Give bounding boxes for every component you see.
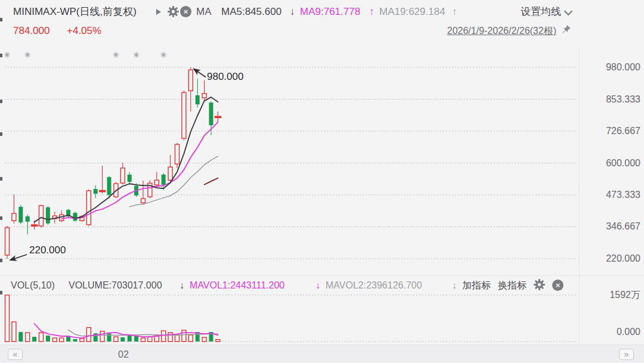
left-edge-tick <box>0 132 2 136</box>
ma-indicator-label: MA <box>196 5 212 18</box>
vol-indicator-label: VOL(5,10) <box>11 279 55 291</box>
left-edge-tick <box>0 216 2 220</box>
ma19-value: MA19:629.184 <box>379 5 445 18</box>
price-axis-label: 600.000 <box>581 157 640 169</box>
left-edge-tick <box>0 18 2 21</box>
ma19-direction-icon: ↑ <box>452 5 457 18</box>
expand-caret-icon[interactable] <box>156 9 161 15</box>
pin-icon[interactable] <box>561 24 571 38</box>
volume-chart-canvas[interactable] <box>0 292 580 345</box>
price-axis-label: 980.000 <box>581 61 640 73</box>
mavol2-direction-icon: ↓ <box>452 279 457 291</box>
left-edge-tick <box>0 259 2 262</box>
price-axis-label: 346.667 <box>581 221 640 232</box>
price-axis-label: 473.333 <box>581 189 640 201</box>
low-annotation-label: 220.000 <box>29 244 66 256</box>
vol-settings-gear-icon[interactable] <box>534 279 545 293</box>
time-axis-label-feb: 02 <box>113 349 134 360</box>
ma9-direction-icon: ↑ <box>369 5 374 18</box>
high-annotation-label: 980.000 <box>207 71 243 83</box>
stock-chart-window: MINIMAX-WP(日线,前复权) × MA MA5:845.600 ↓ MA… <box>0 0 644 363</box>
last-price: 784.000 <box>13 24 49 38</box>
ma5-value: MA5:845.600 <box>221 5 281 18</box>
price-axis-label: 853.333 <box>581 94 640 106</box>
scroll-left-button[interactable]: « <box>8 349 23 360</box>
main-chart-canvas[interactable] <box>0 48 580 277</box>
mavol1-value: MAVOL1:2443111.200 <box>190 279 284 291</box>
date-range-link[interactable]: 2026/1/9-2026/2/26(32根) <box>447 24 556 38</box>
volume-axis-label: 1592万 <box>581 289 640 301</box>
left-edge-tick <box>0 54 2 57</box>
switch-indicator-button[interactable]: 换指标 <box>498 279 527 291</box>
ma5-line <box>35 97 218 222</box>
volume-axis-label: 0.000 <box>581 326 640 338</box>
mavol1-direction-icon: ↓ <box>315 279 320 291</box>
ma-settings-label: 设置均线 <box>521 5 561 18</box>
ma5-direction-icon: ↓ <box>290 5 295 18</box>
add-indicator-button[interactable]: 加指标 <box>462 279 491 291</box>
high-annotation-arrow <box>194 69 206 77</box>
price-axis-label: 220.000 <box>581 253 640 265</box>
mavol2-value: MAVOL2:2396126.700 <box>326 279 422 291</box>
ma30-line <box>205 178 218 185</box>
symbol-title: MINIMAX-WP(日线,前复权) <box>13 5 137 18</box>
price-gridlines <box>5 67 577 259</box>
pane-divider <box>0 275 644 276</box>
date-range-group: 2026/1/9-2026/2/26(32根) <box>447 24 571 38</box>
left-edge-tick <box>0 100 2 103</box>
ma-close-icon[interactable]: × <box>180 6 191 17</box>
low-annotation-arrow <box>10 255 27 260</box>
volume-direction-icon: ↓ <box>179 279 184 291</box>
chevron-down-icon <box>564 7 572 15</box>
scroll-right-button[interactable]: » <box>619 349 634 360</box>
vol-close-icon[interactable]: × <box>552 280 564 291</box>
time-scrollbar[interactable]: « 02 » <box>0 345 644 363</box>
ma-settings-gear-icon[interactable] <box>168 6 179 20</box>
price-change-percent: +4.05% <box>67 24 101 38</box>
volume-value: VOLUME:703017.000 <box>69 279 162 291</box>
ma-settings-button[interactable]: 设置均线 <box>521 5 571 18</box>
price-axis-label: 726.667 <box>581 125 640 137</box>
left-edge-tick <box>0 177 2 181</box>
ma9-value: MA9:761.778 <box>300 5 360 18</box>
event-markers <box>4 52 166 58</box>
